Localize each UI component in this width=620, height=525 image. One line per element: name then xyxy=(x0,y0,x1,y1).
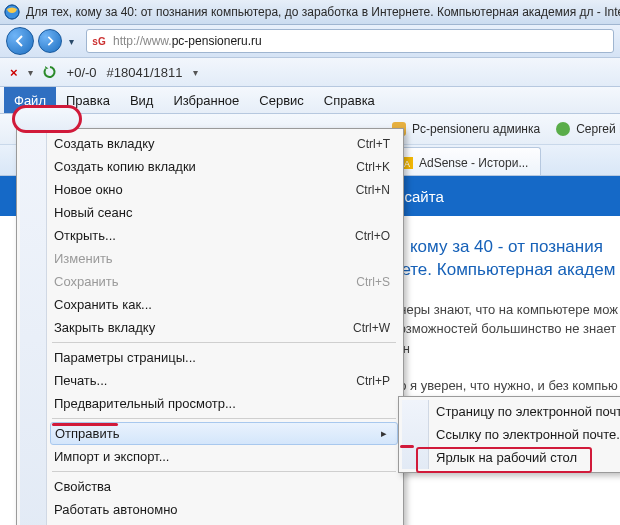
secondary-toolbar: × ▾ +0/-0 #18041/1811 ▾ xyxy=(0,58,620,87)
menu-item-label: Отправить xyxy=(55,426,119,441)
menu-help[interactable]: Справка xyxy=(314,87,385,113)
page-headline-2: нете. Компьютерная академ xyxy=(392,259,620,282)
menu-view[interactable]: Вид xyxy=(120,87,164,113)
favorite-link-2-label: Сергей Гео xyxy=(576,122,620,136)
navigation-bar: ▾ sG http://www.pc-pensioneru.ru xyxy=(0,25,620,58)
menu-item-shortcut: Ctrl+S xyxy=(356,275,390,289)
page-headline-1: х, кому за 40 - от познания xyxy=(392,236,620,259)
menu-item-shortcut: Ctrl+N xyxy=(356,183,390,197)
file-menu-dropdown: Создать вкладкуCtrl+TСоздать копию вклад… xyxy=(16,128,404,525)
favorite-link-1[interactable]: Pc-pensioneru админка xyxy=(392,122,540,136)
forward-button[interactable] xyxy=(38,29,62,53)
site-favicon-icon: sG xyxy=(91,33,107,49)
url-host: pc-pensioneru.ru xyxy=(172,34,262,48)
svg-text:A: A xyxy=(404,159,410,169)
menu-item-close_tab[interactable]: Закрыть вкладкуCtrl+W xyxy=(20,316,400,339)
menu-item-properties[interactable]: Свойства xyxy=(20,475,400,498)
menu-item-new_session[interactable]: Новый сеанс xyxy=(20,201,400,224)
menu-separator xyxy=(52,342,396,343)
send-submenu: Страницу по электронной почте...Ссылку п… xyxy=(398,396,620,473)
window-titlebar: Для тех, кому за 40: от познания компьют… xyxy=(0,0,620,25)
submenu-item-label: Страницу по электронной почте... xyxy=(436,404,620,419)
submenu-arrow-icon: ▸ xyxy=(381,427,387,440)
menu-item-new_window[interactable]: Новое окноCtrl+N xyxy=(20,178,400,201)
annotation-tick xyxy=(400,445,414,448)
toolbar-dropdown-2-icon[interactable]: ▾ xyxy=(193,67,198,78)
menu-item-shortcut: Ctrl+P xyxy=(356,374,390,388)
menu-item-label: Изменить xyxy=(54,251,113,266)
nav-history-dropdown[interactable]: ▾ xyxy=(66,36,76,47)
menu-separator xyxy=(52,471,396,472)
menu-item-label: Создать вкладку xyxy=(54,136,155,151)
menu-bar: Файл Правка Вид Избранное Сервис Справка xyxy=(0,87,620,114)
window-title: Для тех, кому за 40: от познания компьют… xyxy=(26,5,620,19)
refresh-button[interactable] xyxy=(43,65,57,79)
menu-item-edit: Изменить xyxy=(20,247,400,270)
address-bar[interactable]: sG http://www.pc-pensioneru.ru xyxy=(86,29,614,53)
menu-item-label: Закрыть вкладку xyxy=(54,320,155,335)
menu-file[interactable]: Файл xyxy=(4,87,56,113)
menu-item-label: Создать копию вкладки xyxy=(54,159,196,174)
menu-item-label: Открыть... xyxy=(54,228,116,243)
favorite-link-2[interactable]: Сергей Гео xyxy=(556,122,620,136)
menu-item-import_export[interactable]: Импорт и экспорт... xyxy=(20,445,400,468)
menu-item-save_as[interactable]: Сохранить как... xyxy=(20,293,400,316)
back-button[interactable] xyxy=(6,27,34,55)
menu-item-label: Новый сеанс xyxy=(54,205,132,220)
browser-tab[interactable]: A AdSense - Истори... xyxy=(392,147,541,175)
menu-item-label: Сохранить как... xyxy=(54,297,152,312)
menu-item-label: Импорт и экспорт... xyxy=(54,449,169,464)
page-para-2: но я уверен, что нужно, и без компью xyxy=(392,376,620,396)
stop-button[interactable]: × xyxy=(10,65,18,80)
menu-item-shortcut: Ctrl+T xyxy=(357,137,390,151)
menu-item-shortcut: Ctrl+O xyxy=(355,229,390,243)
page-para-1b: возможностей большинство не знает и н xyxy=(392,319,620,358)
menu-item-label: Новое окно xyxy=(54,182,123,197)
menu-item-label: Работать автономно xyxy=(54,502,178,517)
person-icon xyxy=(556,122,570,136)
menu-item-open[interactable]: Открыть...Ctrl+O xyxy=(20,224,400,247)
menu-item-label: Сохранить xyxy=(54,274,119,289)
page-para-1a: онеры знают, что на компьютере мож xyxy=(392,300,620,320)
menu-tools[interactable]: Сервис xyxy=(249,87,314,113)
submenu-item-desktop_shortcut[interactable]: Ярлык на рабочий стол xyxy=(402,446,618,469)
menu-item-shortcut: Ctrl+W xyxy=(353,321,390,335)
favorite-link-1-label: Pc-pensioneru админка xyxy=(412,122,540,136)
menu-item-shortcut: Ctrl+K xyxy=(356,160,390,174)
annotation-send-underline xyxy=(52,423,118,426)
menu-item-work_offline[interactable]: Работать автономно xyxy=(20,498,400,521)
submenu-item-label: Ярлык на рабочий стол xyxy=(436,450,577,465)
menu-item-label: Свойства xyxy=(54,479,111,494)
menu-item-print_preview[interactable]: Предварительный просмотр... xyxy=(20,392,400,415)
menu-item-exit[interactable]: Выход xyxy=(20,521,400,525)
menu-separator xyxy=(52,418,396,419)
menu-favorites[interactable]: Избранное xyxy=(163,87,249,113)
menu-item-label: Параметры страницы... xyxy=(54,350,196,365)
menu-edit[interactable]: Правка xyxy=(56,87,120,113)
menu-item-new_tab[interactable]: Создать вкладкуCtrl+T xyxy=(20,132,400,155)
page-counter: #18041/1811 xyxy=(107,65,183,80)
menu-item-label: Печать... xyxy=(54,373,107,388)
ie-logo-icon xyxy=(4,4,20,20)
tab-label: AdSense - Истори... xyxy=(419,156,528,170)
menu-item-save: СохранитьCtrl+S xyxy=(20,270,400,293)
submenu-item-link_email[interactable]: Ссылку по электронной почте... xyxy=(402,423,618,446)
submenu-item-label: Ссылку по электронной почте... xyxy=(436,427,620,442)
toolbar-dropdown-icon[interactable]: ▾ xyxy=(28,67,33,78)
url-prefix: http://www. xyxy=(113,34,172,48)
submenu-item-page_email[interactable]: Страницу по электронной почте... xyxy=(402,400,618,423)
menu-item-dup_tab[interactable]: Создать копию вкладкиCtrl+K xyxy=(20,155,400,178)
zoom-indicator[interactable]: +0/-0 xyxy=(67,65,97,80)
menu-item-print[interactable]: Печать...Ctrl+P xyxy=(20,369,400,392)
menu-item-page_setup[interactable]: Параметры страницы... xyxy=(20,346,400,369)
menu-item-label: Предварительный просмотр... xyxy=(54,396,236,411)
